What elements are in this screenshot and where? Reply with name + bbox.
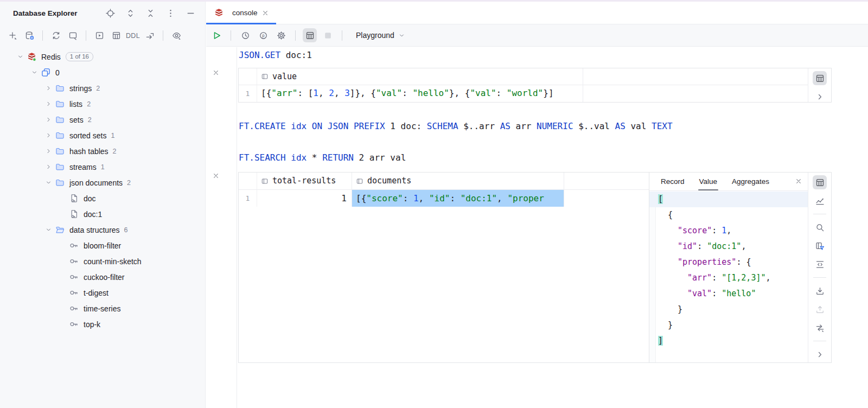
chevron-down-icon[interactable] [27, 68, 41, 77]
json-doc-icon [69, 194, 79, 203]
tab-console[interactable]: console [206, 2, 276, 24]
download-icon[interactable] [813, 284, 827, 298]
tree-item-hash-tables[interactable]: hash tables2 [0, 143, 205, 159]
editor-line-2[interactable]: FT.CREATE idx ON JSON PREFIX 1 doc: SCHE… [239, 121, 673, 131]
json-line[interactable]: "properties": { [649, 254, 808, 270]
close-result-icon[interactable] [211, 68, 221, 78]
tree-item-bloom-filter[interactable]: bloom-filter [0, 238, 205, 253]
expand-all-icon[interactable] [123, 6, 137, 20]
json-line[interactable]: "arr": "[1,2,3]", [649, 270, 808, 286]
table-view-icon[interactable] [109, 29, 123, 43]
console-toolbar-icons: p [209, 28, 346, 42]
locate-icon[interactable] [103, 6, 117, 20]
cell-documents-selected[interactable]: [{"score": 1, "id": "doc:1", "proper [352, 190, 564, 207]
close-result-icon[interactable] [211, 171, 221, 181]
chevron-down-icon[interactable] [41, 226, 55, 234]
chevron-right-icon[interactable] [41, 84, 55, 93]
tree-item-t-digest[interactable]: t-digest [0, 285, 205, 301]
item-count: 1 [111, 132, 114, 139]
chevron-right-icon[interactable] [813, 90, 827, 104]
row-number: 1 [239, 85, 257, 102]
tree-item-0[interactable]: 0 [0, 65, 205, 80]
json-line[interactable]: } [649, 302, 808, 317]
ddl-icon[interactable]: DDL [126, 29, 140, 43]
tree-item-doc-1[interactable]: doc:1 [0, 206, 205, 222]
close-panel-icon[interactable] [795, 177, 802, 185]
chevron-down-icon[interactable] [41, 178, 55, 187]
tree-item-sorted-sets[interactable]: sorted sets1 [0, 127, 205, 143]
chevron-right-icon[interactable] [41, 147, 55, 156]
editor-line-3[interactable]: FT.SEARCH idx * RETURN 2 arr val [239, 152, 406, 163]
history-icon[interactable] [238, 28, 252, 42]
chevron-right-icon[interactable] [813, 347, 827, 361]
tree-item-lists[interactable]: lists2 [0, 96, 205, 112]
cell-value[interactable]: [{"arr": [1, 2, 3]}, {"val": "hello"}, {… [257, 85, 583, 102]
jump-to-console-icon[interactable] [66, 29, 80, 43]
json-line[interactable]: { [649, 207, 808, 223]
tree-item-streams[interactable]: streams1 [0, 159, 205, 175]
run-file-icon[interactable] [92, 29, 106, 43]
panel-toolbar: DDL [0, 24, 205, 47]
code-view-icon[interactable] [813, 257, 827, 271]
chevron-right-icon[interactable] [41, 131, 55, 140]
more-icon[interactable] [163, 6, 177, 20]
search-icon[interactable] [813, 220, 827, 234]
column-header-total-results[interactable]: total-results [257, 173, 352, 189]
tree-item-sets[interactable]: sets2 [0, 112, 205, 127]
upload-icon[interactable] [813, 302, 827, 316]
stop-icon[interactable] [321, 28, 335, 42]
json-line[interactable]: } [649, 317, 808, 333]
tree-item-time-series[interactable]: time-series [0, 301, 205, 316]
collapse-all-icon[interactable] [143, 6, 157, 20]
add-icon[interactable] [5, 29, 20, 43]
editor-line-1[interactable]: JSON.GET doc:1 [239, 50, 312, 60]
column-header-documents[interactable]: documents [352, 173, 564, 189]
value-tab-record[interactable]: Record [661, 173, 685, 190]
playground-label: Playground [356, 31, 394, 40]
refresh-icon[interactable] [49, 29, 63, 43]
chevron-right-icon[interactable] [41, 100, 55, 109]
tree-item-data-structures[interactable]: data structures6 [0, 222, 205, 238]
table-result-icon[interactable] [813, 175, 827, 189]
table-result-icon[interactable] [813, 71, 827, 85]
playground-selector[interactable]: Playground [356, 31, 405, 40]
cell-total-results[interactable]: 1 [257, 190, 352, 207]
close-tab-icon[interactable] [261, 9, 269, 17]
json-line[interactable]: [ [649, 192, 808, 207]
tree-item-doc[interactable]: doc [0, 190, 205, 206]
value-tab-value[interactable]: Value [699, 173, 718, 190]
hide-icon[interactable] [183, 6, 197, 20]
chart-icon[interactable] [813, 194, 827, 208]
datasource-settings-icon[interactable] [22, 29, 36, 43]
tree-item-redis[interactable]: Redis1 of 16 [0, 49, 205, 65]
settings-icon[interactable] [274, 28, 288, 42]
tree-item-cuckoo-filter[interactable]: cuckoo-filter [0, 269, 205, 285]
console-editor[interactable]: JSON.GET doc:1 FT.CREATE idx ON JSON PRE… [206, 47, 868, 408]
parameters-icon[interactable]: p [256, 28, 270, 42]
chevron-spacer [55, 241, 69, 250]
json-line[interactable]: ] [649, 333, 808, 349]
tree-item-strings[interactable]: strings2 [0, 80, 205, 96]
chevron-spacer [55, 320, 69, 329]
detach-icon[interactable] [143, 29, 157, 43]
tree-item-label: time-series [84, 304, 120, 313]
column-header-value[interactable]: value [257, 68, 583, 85]
redis-online-icon [27, 52, 36, 61]
chevron-right-icon[interactable] [41, 163, 55, 171]
json-line[interactable]: "val": "hello" [649, 286, 808, 302]
chevron-right-icon[interactable] [41, 116, 55, 124]
row-number-header [239, 68, 257, 85]
transpose-icon[interactable] [813, 321, 827, 335]
json-line[interactable]: "id": "doc:1", [649, 239, 808, 254]
tree-item-json-documents[interactable]: json documents2 [0, 175, 205, 190]
eye-icon[interactable] [169, 29, 183, 43]
tree-item-top-k[interactable]: top-k [0, 316, 205, 332]
filter-columns-icon[interactable] [813, 239, 827, 253]
table-result-icon[interactable] [303, 28, 317, 42]
json-doc-icon [69, 209, 79, 219]
chevron-down-icon[interactable] [13, 53, 27, 61]
json-line[interactable]: "score": 1, [649, 223, 808, 239]
tree-item-count-min-sketch[interactable]: count-min-sketch [0, 253, 205, 269]
value-tab-aggregates[interactable]: Aggregates [732, 173, 769, 190]
run-icon[interactable] [209, 28, 224, 42]
